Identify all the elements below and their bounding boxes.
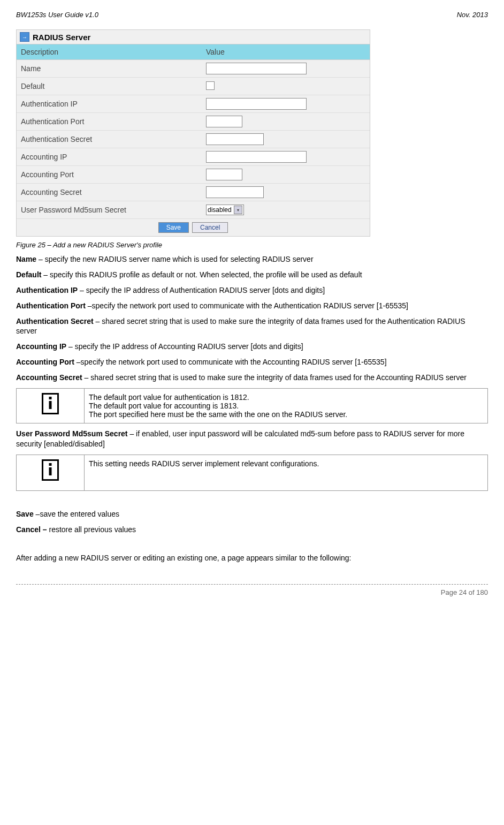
input-acct-port[interactable] — [206, 169, 242, 180]
label-acct-secret: Accounting Secret — [17, 185, 202, 200]
para-auth-port: Authentication Port –specify the network… — [16, 301, 488, 311]
para-md5: User Password Md5sum Secret – if enabled… — [16, 429, 488, 449]
label-name: Name — [17, 61, 202, 76]
column-headers: Description Value — [17, 44, 370, 60]
para-save: Save –save the entered values — [16, 509, 488, 519]
info2-text: This setting needs RADIUS server impleme… — [85, 455, 488, 490]
para-auth-ip: Authentication IP – specify the IP addre… — [16, 285, 488, 296]
label-acct-port: Accounting Port — [17, 167, 202, 182]
para-default-b: Default — [16, 270, 41, 279]
figure-caption: Figure 25 – Add a new RADIUS Server's pr… — [16, 241, 488, 249]
input-name[interactable] — [206, 63, 307, 74]
header-right: Nov. 2013 — [457, 11, 488, 19]
para-name-b: Name — [16, 255, 36, 263]
para-save-t: –save the entered values — [34, 510, 119, 518]
para-default-t: – specify this RADIUS profile as default… — [41, 270, 362, 279]
para-auth-ip-b: Authentication IP — [16, 286, 78, 294]
checkbox-default[interactable] — [206, 81, 215, 90]
para-auth-ip-t: – specify the IP address of Authenticati… — [78, 286, 325, 294]
input-acct-secret[interactable] — [206, 186, 264, 198]
para-cancel-b: Cancel – — [16, 525, 47, 534]
input-acct-ip[interactable] — [206, 151, 307, 163]
save-button[interactable]: Save — [158, 222, 189, 233]
para-name: Name – specify the new RADIUS server nam… — [16, 254, 488, 264]
row-auth-secret: Authentication Secret — [17, 131, 370, 148]
label-auth-port: Authentication Port — [17, 114, 202, 129]
input-auth-secret[interactable] — [206, 133, 264, 145]
para-acct-ip-t: – specify the IP address of Accounting R… — [66, 342, 303, 351]
para-auth-secret-b: Authentication Secret — [16, 317, 94, 326]
info1-l3: The port specified here must be the same… — [89, 410, 483, 419]
para-auth-port-t: –specify the network port used to commun… — [86, 301, 408, 310]
para-auth-secret: Authentication Secret – shared secret st… — [16, 316, 488, 337]
row-auth-port: Authentication Port — [17, 113, 370, 131]
select-md5-value: disabled — [208, 206, 232, 214]
para-acct-port: Accounting Port –specify the network por… — [16, 357, 488, 367]
col-description: Description — [17, 44, 202, 59]
label-auth-ip: Authentication IP — [17, 96, 202, 111]
para-auth-port-b: Authentication Port — [16, 301, 86, 310]
info-box-ports: The default port value for authenticatio… — [16, 388, 488, 423]
para-acct-secret: Accounting Secret – shared secret string… — [16, 373, 488, 383]
button-row: Save Cancel — [17, 219, 370, 236]
info-icon-cell — [17, 389, 85, 423]
info-icon-cell-2 — [17, 455, 85, 490]
row-acct-port: Accounting Port — [17, 166, 370, 184]
para-acct-port-t: –specify the network port used to commun… — [74, 358, 387, 366]
info-icon — [42, 393, 59, 414]
info-box-md5: This setting needs RADIUS server impleme… — [16, 455, 488, 491]
radius-server-panel: → RADIUS Server Description Value Name D… — [16, 29, 370, 237]
para-default: Default – specify this RADIUS profile as… — [16, 270, 488, 280]
row-md5-secret: User Password Md5sum Secret disabled ▾ — [17, 201, 370, 219]
para-acct-secret-b: Accounting Secret — [16, 373, 82, 382]
panel-title: RADIUS Server — [33, 33, 90, 42]
chevron-down-icon: ▾ — [234, 206, 242, 214]
para-name-t: – specify the new RADIUS server name whi… — [36, 255, 313, 263]
footer-divider — [16, 584, 488, 585]
para-after: After adding a new RADIUS server or edit… — [16, 553, 488, 563]
header-left: BW1253s User Guide v1.0 — [16, 11, 98, 19]
info-icon — [42, 459, 59, 481]
col-value: Value — [202, 44, 370, 59]
collapse-icon[interactable]: → — [20, 32, 29, 42]
label-default: Default — [17, 79, 202, 94]
info-text-cell: The default port value for authenticatio… — [85, 389, 488, 423]
input-auth-port[interactable] — [206, 116, 242, 127]
row-acct-secret: Accounting Secret — [17, 184, 370, 201]
para-save-b: Save — [16, 510, 34, 518]
cancel-button[interactable]: Cancel — [192, 222, 228, 233]
para-cancel-t: restore all previous values — [47, 525, 136, 534]
page-header: BW1253s User Guide v1.0 Nov. 2013 — [16, 11, 488, 19]
row-auth-ip: Authentication IP — [17, 95, 370, 113]
label-auth-secret: Authentication Secret — [17, 132, 202, 147]
para-md5-b: User Password Md5sum Secret — [16, 429, 128, 438]
label-acct-ip: Accounting IP — [17, 149, 202, 164]
row-default: Default — [17, 78, 370, 95]
label-md5-secret: User Password Md5sum Secret — [17, 202, 202, 217]
para-acct-ip: Accounting IP – specify the IP address o… — [16, 342, 488, 352]
info1-l2: The default port value for accounting is… — [89, 402, 483, 410]
page-number: Page 24 of 180 — [16, 588, 488, 596]
para-cancel: Cancel – restore all previous values — [16, 525, 488, 535]
row-name: Name — [17, 60, 370, 78]
select-md5-secret[interactable]: disabled ▾ — [206, 205, 244, 215]
para-acct-port-b: Accounting Port — [16, 358, 74, 366]
info1-l1: The default port value for authenticatio… — [89, 393, 483, 402]
para-acct-secret-t: – shared secret string that is used to m… — [82, 373, 467, 382]
panel-title-row: → RADIUS Server — [17, 30, 370, 44]
row-acct-ip: Accounting IP — [17, 148, 370, 166]
para-acct-ip-b: Accounting IP — [16, 342, 66, 351]
input-auth-ip[interactable] — [206, 98, 307, 110]
